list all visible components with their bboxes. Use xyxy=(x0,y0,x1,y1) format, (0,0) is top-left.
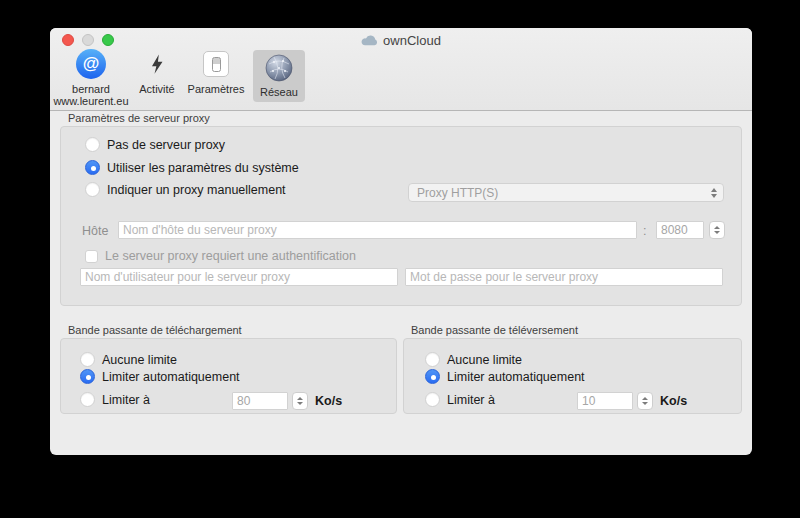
dl-radio-auto-limit[interactable]: Limiter automatiquement xyxy=(80,369,240,384)
activity-label: Activité xyxy=(134,83,180,95)
ul-unit-label: Ko/s xyxy=(660,394,687,408)
dl-radio-limit-to[interactable]: Limiter à xyxy=(80,392,150,407)
port-stepper[interactable] xyxy=(709,221,725,239)
dl-limit-to-label: Limiter à xyxy=(102,393,150,407)
ul-limit-stepper[interactable] xyxy=(637,392,653,410)
radio-indicator xyxy=(80,352,95,367)
download-group-title: Bande passante de téléchargement xyxy=(68,324,242,336)
proxy-type-value: Proxy HTTP(S) xyxy=(417,186,711,200)
proxy-username-input[interactable] xyxy=(80,268,398,286)
globe-network-icon xyxy=(265,54,293,82)
ul-no-limit-label: Aucune limite xyxy=(447,353,522,367)
ul-limit-value-input[interactable] xyxy=(577,392,633,410)
network-label: Réseau xyxy=(253,86,305,98)
titlebar-toolbar: ownCloud @ bernard www.leurent.eu Activi… xyxy=(50,28,752,111)
proxy-type-dropdown[interactable]: Proxy HTTP(S) xyxy=(408,183,724,202)
port-separator: : xyxy=(643,224,646,238)
radio-no-proxy[interactable]: Pas de serveur proxy xyxy=(85,137,225,152)
ul-radio-auto-limit[interactable]: Limiter automatiquement xyxy=(425,369,585,384)
radio-system-label: Utiliser les paramètres du système xyxy=(107,161,299,175)
port-input[interactable] xyxy=(656,221,704,239)
toolbar-item-network-selected[interactable]: Réseau xyxy=(253,50,305,102)
chevron-up-down-icon xyxy=(711,188,717,198)
owncloud-window: ownCloud @ bernard www.leurent.eu Activi… xyxy=(50,28,752,455)
radio-no-proxy-label: Pas de serveur proxy xyxy=(107,138,225,152)
radio-indicator xyxy=(425,369,440,384)
toolbar-item-settings[interactable]: Paramètres xyxy=(177,48,255,95)
ul-auto-limit-label: Limiter automatiquement xyxy=(447,370,585,384)
radio-indicator xyxy=(85,182,100,197)
radio-indicator xyxy=(85,137,100,152)
host-input[interactable] xyxy=(118,221,637,239)
account-name: bernard xyxy=(52,83,130,95)
radio-indicator xyxy=(85,160,100,175)
proxy-group-title: Paramètres de serveur proxy xyxy=(68,112,210,124)
proxy-auth-label: Le serveur proxy requiert une authentifi… xyxy=(105,249,356,263)
account-server: www.leurent.eu xyxy=(52,95,130,107)
proxy-auth-checkbox-row[interactable]: Le serveur proxy requiert une authentifi… xyxy=(85,249,356,263)
radio-use-system-settings[interactable]: Utiliser les paramètres du système xyxy=(85,160,299,175)
radio-manual-label: Indiquer un proxy manuellement xyxy=(107,183,286,197)
dl-limit-value-input[interactable] xyxy=(232,392,288,410)
cloud-icon xyxy=(361,34,378,46)
dl-limit-stepper[interactable] xyxy=(292,392,308,410)
window-title: ownCloud xyxy=(383,33,441,48)
radio-indicator xyxy=(80,392,95,407)
radio-indicator xyxy=(425,352,440,367)
ul-radio-limit-to[interactable]: Limiter à xyxy=(425,392,495,407)
radio-indicator xyxy=(80,369,95,384)
toolbar-item-activity[interactable]: Activité xyxy=(134,48,180,95)
radio-manual-proxy[interactable]: Indiquer un proxy manuellement xyxy=(85,182,286,197)
titlebar: ownCloud xyxy=(50,32,752,48)
account-avatar-icon: @ xyxy=(76,49,106,79)
dl-radio-no-limit[interactable]: Aucune limite xyxy=(80,352,177,367)
dl-no-limit-label: Aucune limite xyxy=(102,353,177,367)
ul-radio-no-limit[interactable]: Aucune limite xyxy=(425,352,522,367)
host-label: Hôte xyxy=(82,224,108,238)
dl-auto-limit-label: Limiter automatiquement xyxy=(102,370,240,384)
lightning-icon xyxy=(146,50,168,78)
upload-group-title: Bande passante de téléversement xyxy=(411,324,578,336)
ul-limit-to-label: Limiter à xyxy=(447,393,495,407)
toolbar-item-account[interactable]: @ bernard www.leurent.eu xyxy=(52,48,130,107)
proxy-password-input[interactable] xyxy=(405,268,723,286)
dl-unit-label: Ko/s xyxy=(315,394,342,408)
desktop-background: ownCloud @ bernard www.leurent.eu Activi… xyxy=(0,0,800,518)
settings-switch-icon xyxy=(203,51,229,77)
radio-indicator xyxy=(425,392,440,407)
checkbox-indicator xyxy=(85,250,98,263)
settings-label: Paramètres xyxy=(177,83,255,95)
